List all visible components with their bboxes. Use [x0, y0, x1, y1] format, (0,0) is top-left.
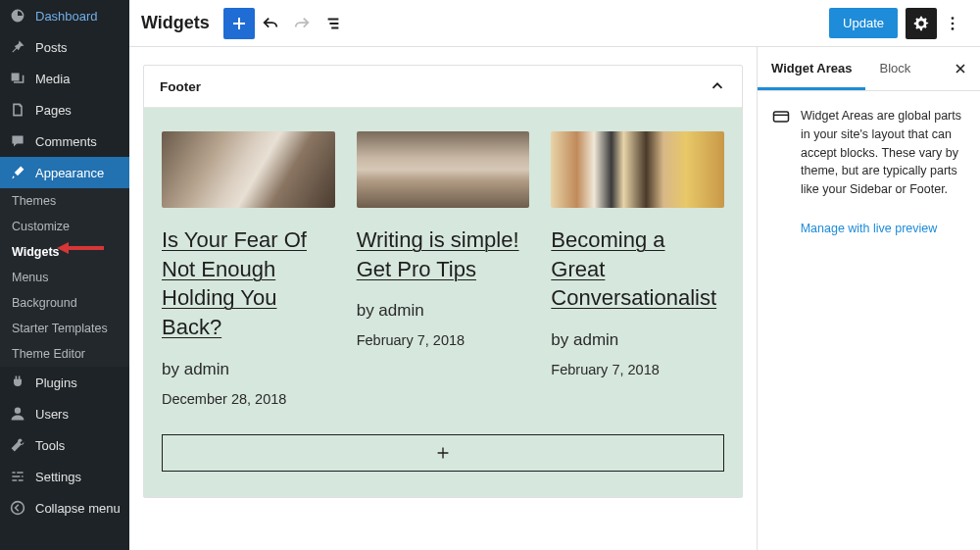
svg-point-2 [15, 408, 21, 414]
list-view-button[interactable] [318, 8, 349, 39]
chevron-up-icon [709, 77, 726, 95]
subitem-menus[interactable]: Menus [0, 265, 129, 290]
sidebar-item-settings[interactable]: Settings [0, 461, 129, 492]
plus-icon [229, 14, 249, 33]
panel-body: Is Your Fear Of Not Enough Holding You B… [144, 108, 742, 497]
wrench-icon [9, 436, 26, 454]
brush-icon [9, 164, 26, 181]
sidebar-item-tools[interactable]: Tools [0, 429, 129, 461]
appearance-submenu: Themes Customize Widgets Menus Backgroun… [0, 188, 129, 367]
options-button[interactable] [937, 8, 968, 39]
post-title[interactable]: Is Your Fear Of Not Enough Holding You B… [162, 225, 335, 342]
inspector-tabs: Widget Areas Block [758, 47, 980, 91]
sidebar-item-collapse[interactable]: Collapse menu [0, 492, 129, 524]
settings-button[interactable] [906, 8, 937, 39]
post-thumbnail [357, 131, 530, 208]
posts-grid: Is Your Fear Of Not Enough Holding You B… [162, 131, 724, 407]
sidebar-label: Pages [35, 103, 72, 118]
sidebar-item-appearance[interactable]: Appearance [0, 157, 129, 188]
subitem-starter-templates[interactable]: Starter Templates [0, 316, 129, 341]
page-icon [9, 101, 26, 119]
widget-area-icon [771, 107, 791, 199]
admin-sidebar: Dashboard Posts Media Pages Comments App… [0, 0, 129, 550]
post-date: February 7, 2018 [357, 332, 530, 348]
add-block-appender[interactable] [162, 434, 724, 472]
close-icon [953, 61, 968, 76]
sidebar-item-comments[interactable]: Comments [0, 125, 129, 157]
inspector-body: Widget Areas are global parts in your si… [758, 91, 980, 215]
tab-block[interactable]: Block [865, 47, 924, 90]
post-date: February 7, 2018 [551, 362, 724, 377]
post-card[interactable]: Writing is simple! Get Pro Tips by admin… [357, 131, 530, 407]
subitem-theme-editor[interactable]: Theme Editor [0, 341, 129, 367]
sliders-icon [9, 468, 26, 485]
sidebar-label: Collapse menu [35, 501, 121, 516]
sidebar-item-plugins[interactable]: Plugins [0, 367, 129, 398]
list-view-icon [324, 15, 342, 32]
post-author: by admin [551, 330, 724, 350]
collapse-icon [9, 499, 26, 517]
svg-point-5 [952, 22, 955, 25]
sidebar-label: Appearance [35, 166, 104, 180]
panel-header[interactable]: Footer [144, 66, 742, 108]
tab-widget-areas[interactable]: Widget Areas [758, 47, 865, 90]
gear-icon [912, 15, 930, 32]
live-preview-link[interactable]: Manage with live preview [801, 222, 938, 235]
sidebar-label: Tools [35, 438, 65, 453]
inspector-description: Widget Areas are global parts in your si… [801, 107, 966, 199]
svg-rect-7 [774, 112, 789, 122]
post-card[interactable]: Becoming a Great Conversationalist by ad… [551, 131, 724, 407]
panel-title: Footer [160, 79, 201, 94]
svg-point-6 [952, 27, 955, 30]
subitem-themes[interactable]: Themes [0, 188, 129, 214]
media-icon [9, 70, 26, 87]
add-block-button[interactable] [223, 8, 255, 39]
redo-icon [293, 15, 311, 32]
plus-icon [434, 444, 452, 462]
editor-canvas: Footer Is Your Fear Of Not Enough Holdin… [129, 47, 757, 550]
comment-icon [9, 132, 26, 150]
active-indicator [129, 165, 137, 180]
editor-topbar: Widgets Update [129, 0, 980, 47]
post-author: by admin [162, 360, 335, 379]
post-title[interactable]: Writing is simple! Get Pro Tips [357, 225, 530, 283]
sidebar-label: Dashboard [35, 9, 98, 24]
sidebar-item-pages[interactable]: Pages [0, 94, 129, 125]
sidebar-label: Users [35, 407, 69, 422]
subitem-background[interactable]: Background [0, 290, 129, 316]
sidebar-label: Plugins [35, 375, 77, 390]
sidebar-label: Posts [35, 40, 68, 55]
sidebar-item-media[interactable]: Media [0, 63, 129, 94]
settings-inspector: Widget Areas Block Widget Areas are glob… [757, 47, 980, 550]
undo-button[interactable] [255, 8, 286, 39]
sidebar-label: Settings [35, 470, 81, 484]
sidebar-label: Media [35, 72, 70, 86]
page-title: Widgets [141, 13, 210, 33]
update-button[interactable]: Update [829, 8, 898, 38]
post-thumbnail [551, 131, 724, 208]
subitem-widgets[interactable]: Widgets [0, 239, 129, 265]
subitem-customize[interactable]: Customize [0, 214, 129, 239]
sidebar-item-dashboard[interactable]: Dashboard [0, 0, 129, 31]
widget-area-panel: Footer Is Your Fear Of Not Enough Holdin… [143, 65, 743, 498]
annotation-arrow [57, 242, 104, 254]
redo-button[interactable] [286, 8, 318, 39]
svg-point-3 [12, 502, 24, 515]
post-date: December 28, 2018 [162, 391, 335, 407]
main-area: Widgets Update Footer [129, 0, 980, 550]
sidebar-item-users[interactable]: Users [0, 398, 129, 429]
dashboard-icon [9, 7, 26, 25]
post-thumbnail [162, 131, 335, 208]
kebab-icon [944, 15, 961, 32]
sidebar-item-posts[interactable]: Posts [0, 31, 129, 63]
undo-icon [262, 15, 279, 32]
plugin-icon [9, 374, 26, 391]
pin-icon [9, 38, 26, 56]
svg-point-4 [952, 17, 955, 20]
post-card[interactable]: Is Your Fear Of Not Enough Holding You B… [162, 131, 335, 407]
svg-marker-1 [57, 242, 69, 254]
content-row: Footer Is Your Fear Of Not Enough Holdin… [129, 47, 980, 550]
close-inspector-button[interactable] [941, 47, 980, 90]
post-title[interactable]: Becoming a Great Conversationalist [551, 225, 724, 313]
post-author: by admin [357, 301, 530, 321]
